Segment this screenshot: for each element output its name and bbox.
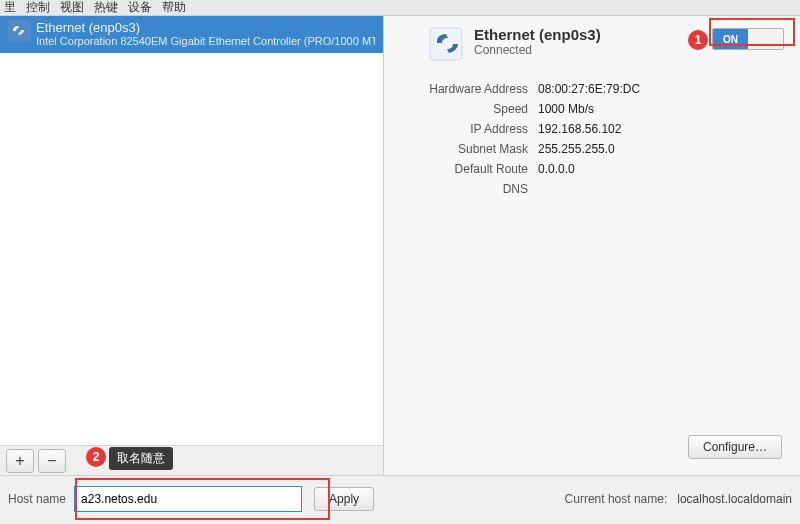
connection-info-grid: Hardware Address 08:00:27:6E:79:DC Speed… xyxy=(418,82,784,196)
annotation-badge-2: 2 xyxy=(86,447,106,467)
value-ip: 192.168.56.102 xyxy=(538,122,784,136)
label-dns: DNS xyxy=(418,182,528,196)
current-host-block: Current host name: localhost.localdomain xyxy=(565,492,792,506)
remove-interface-button[interactable]: − xyxy=(38,449,66,473)
details-pane: Ethernet (enp0s3) Connected ON Hardware … xyxy=(384,16,800,475)
hostname-label: Host name xyxy=(8,492,66,506)
label-mask: Subnet Mask xyxy=(418,142,528,156)
list-button-row: + − xyxy=(0,445,383,475)
menu-item[interactable]: 控制 xyxy=(26,0,50,16)
ethernet-icon xyxy=(8,20,30,42)
value-speed: 1000 Mb/s xyxy=(538,102,784,116)
interface-list[interactable]: Ethernet (enp0s3) Intel Corporation 8254… xyxy=(0,16,383,445)
annotation-badge-1: 1 xyxy=(688,30,708,50)
details-title: Ethernet (enp0s3) xyxy=(474,26,601,43)
label-hw-address: Hardware Address xyxy=(418,82,528,96)
annotation-tooltip: 取名随意 xyxy=(109,447,173,470)
main-content: Ethernet (enp0s3) Intel Corporation 8254… xyxy=(0,16,800,475)
annotation-box-1 xyxy=(709,18,795,46)
menu-item[interactable]: 设备 xyxy=(128,0,152,16)
interface-subtitle: Intel Corporation 82540EM Gigabit Ethern… xyxy=(36,35,375,47)
value-dns xyxy=(538,182,784,196)
value-hw-address: 08:00:27:6E:79:DC xyxy=(538,82,784,96)
configure-button[interactable]: Configure… xyxy=(688,435,782,459)
interface-list-item[interactable]: Ethernet (enp0s3) Intel Corporation 8254… xyxy=(0,16,383,53)
interface-title: Ethernet (enp0s3) xyxy=(36,20,375,35)
menu-item[interactable]: 视图 xyxy=(60,0,84,16)
menu-item[interactable]: 里 xyxy=(4,0,16,16)
vm-menu-bar: 里 控制 视图 热键 设备 帮助 xyxy=(0,0,800,16)
menu-item[interactable]: 帮助 xyxy=(162,0,186,16)
interface-list-pane: Ethernet (enp0s3) Intel Corporation 8254… xyxy=(0,16,384,475)
value-mask: 255.255.255.0 xyxy=(538,142,784,156)
ethernet-icon xyxy=(428,26,464,62)
add-interface-button[interactable]: + xyxy=(6,449,34,473)
label-route: Default Route xyxy=(418,162,528,176)
label-ip: IP Address xyxy=(418,122,528,136)
menu-item[interactable]: 热键 xyxy=(94,0,118,16)
label-speed: Speed xyxy=(418,102,528,116)
current-host-label: Current host name: xyxy=(565,492,668,506)
value-route: 0.0.0.0 xyxy=(538,162,784,176)
annotation-box-2 xyxy=(75,478,330,520)
current-host-value: localhost.localdomain xyxy=(677,492,792,506)
connection-status: Connected xyxy=(474,43,601,57)
